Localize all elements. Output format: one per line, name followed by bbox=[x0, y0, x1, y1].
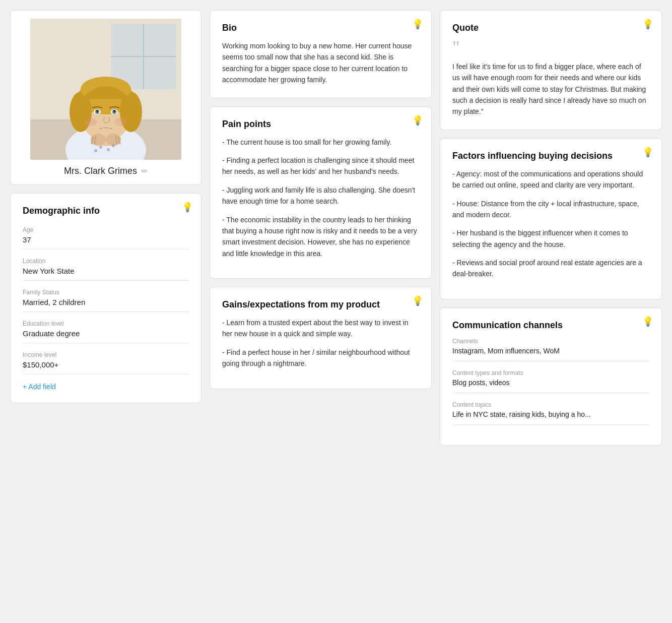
hint-icon-pain: 💡 bbox=[412, 115, 423, 126]
svg-point-29 bbox=[107, 148, 110, 151]
svg-point-28 bbox=[99, 146, 102, 149]
pain-point-item-2: - Finding a perfect location is challeng… bbox=[222, 155, 419, 177]
hint-icon-quote: 💡 bbox=[642, 19, 653, 30]
hint-icon-gains: 💡 bbox=[412, 295, 423, 306]
profile-card: Mrs. Clark Grimes ✏ bbox=[10, 10, 201, 185]
demo-value-location: New York State bbox=[23, 267, 189, 281]
demographic-card: 💡 Demographic info Age 37 Location New Y… bbox=[10, 193, 201, 403]
demo-field-location: Location New York State bbox=[23, 258, 189, 281]
page-container: Mrs. Clark Grimes ✏ 💡 Demographic info A… bbox=[10, 10, 662, 446]
pain-points-title: Pain points bbox=[222, 119, 419, 130]
svg-point-20 bbox=[115, 118, 127, 126]
profile-image bbox=[30, 19, 181, 160]
gain-item-2: - Find a perfect house in her / similar … bbox=[222, 347, 419, 369]
factor-item-3: - Her husband is the biggest influencer … bbox=[452, 227, 649, 250]
demo-field-age: Age 37 bbox=[23, 226, 189, 250]
svg-point-18 bbox=[113, 110, 115, 112]
demo-label-education: Education level bbox=[23, 320, 189, 327]
gains-card: 💡 Gains/expectations from my product - L… bbox=[210, 287, 432, 389]
comm-value-channels: Instagram, Mom influencers, WoM bbox=[452, 347, 649, 361]
bio-card: 💡 Bio Working mom looking to buy a new h… bbox=[210, 10, 432, 98]
factor-item-2: - House: Distance from the city + local … bbox=[452, 198, 649, 221]
right-column: 💡 Quote " I feel like it's time for us t… bbox=[440, 10, 662, 446]
quote-mark: " bbox=[452, 40, 649, 55]
communication-title: Communication channels bbox=[452, 320, 649, 331]
communication-card: 💡 Communication channels Channels Instag… bbox=[440, 307, 662, 446]
middle-column: 💡 Bio Working mom looking to buy a new h… bbox=[210, 10, 432, 446]
gain-item-1: - Learn from a trusted expert about the … bbox=[222, 317, 419, 340]
svg-point-30 bbox=[112, 144, 115, 147]
gains-title: Gains/expectations from my product bbox=[222, 299, 419, 310]
demo-field-education: Education level Graduate degree bbox=[23, 320, 189, 343]
factor-item-4: - Reviews and social proof around real e… bbox=[452, 257, 649, 280]
pain-point-item-1: - The current house is too small for her… bbox=[222, 137, 419, 148]
bio-text: Working mom looking to buy a new home. H… bbox=[222, 40, 419, 86]
profile-name-row: Mrs. Clark Grimes ✏ bbox=[19, 166, 193, 176]
demo-label-income: Income level bbox=[23, 351, 189, 358]
quote-card: 💡 Quote " I feel like it's time for us t… bbox=[440, 10, 662, 130]
svg-point-17 bbox=[96, 110, 98, 112]
svg-point-31 bbox=[94, 149, 97, 152]
quote-title: Quote bbox=[452, 23, 649, 33]
demo-value-age: 37 bbox=[23, 235, 189, 250]
comm-value-content-types: Blog posts, videos bbox=[452, 379, 649, 393]
svg-line-25 bbox=[95, 136, 96, 144]
edit-icon[interactable]: ✏ bbox=[141, 166, 148, 176]
comm-field-content-topics: Content topics Life in NYC state, raisin… bbox=[452, 401, 649, 425]
comm-label-content-topics: Content topics bbox=[452, 401, 649, 408]
profile-name: Mrs. Clark Grimes bbox=[64, 166, 137, 176]
hint-icon-demo: 💡 bbox=[182, 202, 193, 213]
bio-title: Bio bbox=[222, 23, 419, 33]
demo-value-education: Graduate degree bbox=[23, 329, 189, 343]
left-column: Mrs. Clark Grimes ✏ 💡 Demographic info A… bbox=[10, 10, 201, 446]
comm-field-channels: Channels Instagram, Mom influencers, WoM bbox=[452, 338, 649, 361]
svg-point-19 bbox=[85, 118, 97, 126]
quote-text: I feel like it's time for us to find a b… bbox=[452, 61, 649, 117]
svg-line-26 bbox=[116, 136, 117, 144]
pain-point-item-3: - Juggling work and family life is also … bbox=[222, 184, 419, 207]
demographic-title: Demographic info bbox=[23, 206, 189, 216]
pain-point-item-4: - The economic instability in the countr… bbox=[222, 214, 419, 260]
factors-list: - Agency: most of the communications and… bbox=[452, 168, 649, 280]
factor-item-1: - Agency: most of the communications and… bbox=[452, 168, 649, 191]
demo-label-family: Family Status bbox=[23, 289, 189, 296]
gains-list: - Learn from a trusted expert about the … bbox=[222, 317, 419, 369]
factors-title: Factors influencing buying decisions bbox=[452, 151, 649, 161]
demo-field-income: Income level $150,000+ bbox=[23, 351, 189, 375]
comm-label-content-types: Content types and formats bbox=[452, 369, 649, 377]
factors-card: 💡 Factors influencing buying decisions -… bbox=[440, 138, 662, 299]
pain-points-card: 💡 Pain points - The current house is too… bbox=[210, 106, 432, 279]
demo-label-location: Location bbox=[23, 258, 189, 265]
demo-value-income: $150,000+ bbox=[23, 360, 189, 375]
demo-label-age: Age bbox=[23, 226, 189, 233]
hint-icon-factors: 💡 bbox=[642, 147, 653, 158]
demo-field-family: Family Status Married, 2 children bbox=[23, 289, 189, 312]
hint-icon-comm: 💡 bbox=[642, 316, 653, 327]
pain-points-list: - The current house is too small for her… bbox=[222, 137, 419, 260]
add-field-button[interactable]: + Add field bbox=[23, 383, 56, 391]
hint-icon-bio: 💡 bbox=[412, 19, 423, 30]
comm-value-content-topics: Life in NYC state, raising kids, buying … bbox=[452, 410, 649, 425]
demo-value-family: Married, 2 children bbox=[23, 298, 189, 312]
comm-field-content-types: Content types and formats Blog posts, vi… bbox=[452, 369, 649, 393]
comm-label-channels: Channels bbox=[452, 338, 649, 345]
